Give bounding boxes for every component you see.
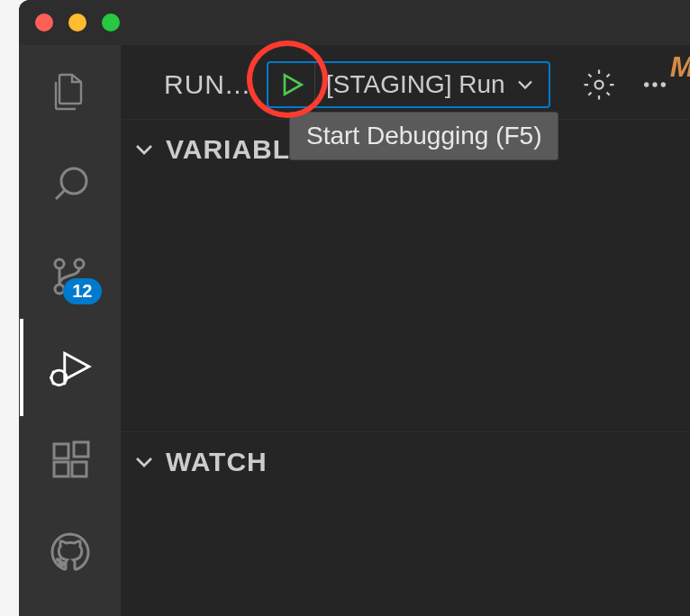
window-body: 12 xyxy=(19,45,690,616)
svg-line-1 xyxy=(56,190,65,199)
svg-rect-11 xyxy=(54,444,68,458)
extensions-icon xyxy=(49,439,92,482)
play-icon xyxy=(277,70,306,99)
start-debugging-button[interactable] xyxy=(268,63,315,106)
activity-source-control[interactable]: 12 xyxy=(48,254,93,299)
tab-letter: M xyxy=(670,50,690,84)
activity-explorer[interactable] xyxy=(48,70,93,115)
svg-point-16 xyxy=(644,82,649,86)
sidebar-title: RUN... xyxy=(164,69,250,100)
svg-point-18 xyxy=(660,82,665,86)
more-actions-button[interactable] xyxy=(640,70,669,99)
config-label: [STAGING] Run xyxy=(326,70,505,99)
svg-point-15 xyxy=(595,81,603,89)
svg-point-17 xyxy=(652,82,657,86)
gear-icon xyxy=(583,68,615,101)
source-control-badge: 12 xyxy=(63,278,101,304)
variables-body xyxy=(121,179,690,431)
watch-section-header[interactable]: WATCH xyxy=(121,432,690,492)
ellipsis-icon xyxy=(640,70,669,99)
watch-section: WATCH xyxy=(121,431,690,616)
start-debugging-tooltip: Start Debugging (F5) xyxy=(289,112,558,160)
activity-extensions[interactable] xyxy=(48,438,93,483)
watch-title: WATCH xyxy=(166,447,268,477)
chevron-down-icon xyxy=(130,448,159,476)
files-icon xyxy=(49,71,92,114)
svg-point-4 xyxy=(55,285,64,294)
config-dropdown[interactable]: [STAGING] Run xyxy=(315,63,549,106)
activity-bar: 12 xyxy=(19,45,121,616)
svg-line-8 xyxy=(52,371,53,372)
activity-github[interactable] xyxy=(48,530,93,575)
svg-rect-13 xyxy=(72,462,86,476)
activity-run-debug[interactable] xyxy=(48,346,93,391)
maximize-window-button[interactable] xyxy=(102,14,120,32)
svg-line-9 xyxy=(64,383,65,384)
chevron-down-icon xyxy=(513,72,538,97)
run-config-control: [STAGING] Run xyxy=(267,61,550,108)
debug-play-icon xyxy=(48,344,93,393)
svg-line-10 xyxy=(52,383,53,384)
run-debug-sidebar: RUN... [STAGING] Run xyxy=(121,45,690,616)
chevron-down-icon xyxy=(130,135,159,164)
minimize-window-button[interactable] xyxy=(68,14,86,32)
svg-point-3 xyxy=(75,259,84,268)
title-bar xyxy=(19,0,690,45)
svg-rect-12 xyxy=(54,462,68,476)
settings-button[interactable] xyxy=(583,68,615,101)
editor-tab-indicator: M xyxy=(674,45,690,88)
header-actions xyxy=(583,68,669,101)
svg-point-0 xyxy=(61,168,86,194)
sidebar-header: RUN... [STAGING] Run xyxy=(121,45,690,119)
watch-body xyxy=(121,492,690,616)
variables-section: VARIABLES xyxy=(121,119,690,431)
svg-rect-14 xyxy=(74,442,88,457)
github-icon xyxy=(49,530,92,574)
close-window-button[interactable] xyxy=(35,14,53,32)
activity-search[interactable] xyxy=(48,162,93,207)
vscode-window: 12 xyxy=(19,0,690,616)
svg-point-2 xyxy=(55,259,64,268)
search-icon xyxy=(49,163,92,206)
